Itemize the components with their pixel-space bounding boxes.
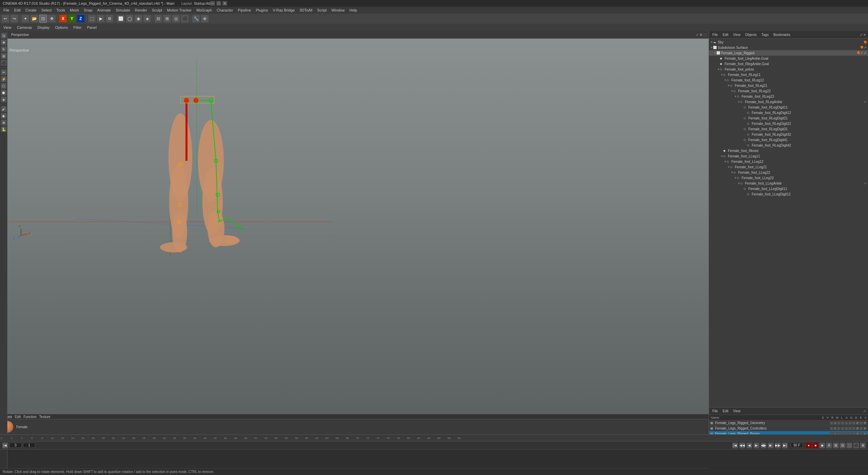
mat-texture-tab[interactable]: Texture xyxy=(39,415,51,419)
tree-item-llegankle-goal[interactable]: ◆ Female_foot_LlegAnkle.Goal xyxy=(709,56,868,61)
attr-row-geometry[interactable]: Female_Legs_Rigged_Geometry ✓ ✗ ✗ xyxy=(709,420,868,426)
tl-mode4-btn[interactable]: ⬛ xyxy=(853,442,859,449)
tree-item-lleg11[interactable]: ▼ ◇ Female_foot_LLeg11 xyxy=(709,153,868,159)
new-button[interactable]: ✦ xyxy=(21,15,29,23)
axis-y-button[interactable]: Y xyxy=(68,15,76,23)
minimize-button[interactable]: — xyxy=(210,1,215,6)
vp-menu-filter[interactable]: Filter xyxy=(71,25,83,30)
menu-sculpt[interactable]: Sculpt xyxy=(150,7,164,13)
tree-item-rlegdigit31[interactable]: ◇ Female_foot_RLegDigit31 xyxy=(709,126,868,132)
open-button[interactable]: 📂 xyxy=(30,15,38,23)
menu-mesh[interactable]: Mesh xyxy=(68,7,81,13)
mat-edit-tab[interactable]: Edit xyxy=(15,415,21,419)
menu-3dtoall[interactable]: 3DToAll xyxy=(297,7,314,13)
menu-animate[interactable]: Animate xyxy=(95,7,113,13)
tree-item-llegankle-bone[interactable]: ▼ ◇ Female_foot_LLegAnkle ⤢ xyxy=(709,180,868,186)
tree-item-rlegdigit22[interactable]: ◇ Female_foot_RLegDigit22 xyxy=(709,121,868,126)
tree-item-rlegankle-bone[interactable]: ▼ ◇ Female_foot_RLegAnkle ⤢ xyxy=(709,99,868,104)
tl-mode5-btn[interactable]: ⊕ xyxy=(860,442,866,449)
tl-auto-btn[interactable]: A xyxy=(826,442,832,449)
left-live-btn[interactable]: ⬛ xyxy=(1,60,7,66)
tl-mode3-btn[interactable]: ⬚ xyxy=(846,442,852,449)
menu-script[interactable]: Script xyxy=(315,7,329,13)
point-model-button[interactable]: ◉ xyxy=(134,15,142,23)
vp-menu-panel[interactable]: Panel xyxy=(85,25,99,30)
mat-function-tab[interactable]: Function xyxy=(23,415,36,419)
tree-item-rleg21[interactable]: ▼ ◇ Female_foot_RLeg21 xyxy=(709,83,868,88)
menu-plugins[interactable]: Plugins xyxy=(254,7,270,13)
om-bookmarks-tab[interactable]: Bookmarks xyxy=(772,33,792,37)
left-rotate-btn[interactable]: ↻ xyxy=(1,46,7,52)
sky-button[interactable]: ⊞ xyxy=(163,15,171,23)
tree-item-rleg11[interactable]: ▼ ◇ Female_foot_RLeg11 xyxy=(709,72,868,77)
tree-item-rlegdigit41[interactable]: ◇ Female_foot_RLegDigit41 xyxy=(709,137,868,142)
vp-perspective-btn[interactable]: Perspective xyxy=(9,32,31,37)
left-joint-btn[interactable]: ⊕ xyxy=(1,119,7,126)
menu-file[interactable]: File xyxy=(1,7,12,13)
render-region-button[interactable]: ⬚ xyxy=(88,15,96,23)
render-view-button[interactable]: ▶ xyxy=(97,15,105,23)
uv-button[interactable]: ◈ xyxy=(143,15,151,23)
tree-item-rleg12[interactable]: ▼ ◇ Female_foot_RLeg12 xyxy=(709,77,868,83)
tl-key-btn[interactable]: ◆ xyxy=(819,442,825,449)
tree-item-rlegdigit32[interactable]: ◇ Female_foot_RLegDigit32 xyxy=(709,132,868,137)
select-mode-button[interactable]: ⊡ xyxy=(39,15,47,23)
menu-render[interactable]: Render xyxy=(133,7,149,13)
menu-create[interactable]: Create xyxy=(23,7,39,13)
left-knife-btn[interactable]: ⚡ xyxy=(1,76,7,82)
tl-play-forward[interactable]: ▶ xyxy=(753,442,760,449)
tl-go-end[interactable]: ▶| xyxy=(782,442,788,449)
edge-model-button[interactable]: ◯ xyxy=(125,15,134,23)
tl-next-frame[interactable]: ▶ xyxy=(768,442,774,449)
camera-button[interactable]: ⬛ xyxy=(181,15,189,23)
vp-menu-options[interactable]: Options xyxy=(53,25,70,30)
om-tags-tab[interactable]: Tags xyxy=(760,33,770,37)
left-scale-btn[interactable]: ⊞ xyxy=(1,53,7,59)
maximize-button[interactable]: □ xyxy=(216,1,221,6)
tree-item-llegdigit12[interactable]: ◇ Female_foot_LLegDigit12 xyxy=(709,191,868,197)
tl-mode1-btn[interactable]: ⊞ xyxy=(833,442,839,449)
tl-go-start[interactable]: |◀ xyxy=(732,442,738,449)
am-file-tab[interactable]: File xyxy=(711,409,719,413)
left-python-btn[interactable]: 🐍 xyxy=(1,126,7,132)
tree-expand-rlegankle[interactable]: ⤢ xyxy=(864,100,867,103)
om-objects-tab[interactable]: Objects xyxy=(744,33,758,37)
am-view-tab[interactable]: View xyxy=(732,409,742,413)
left-paint-btn[interactable]: 🖌 xyxy=(1,106,7,112)
vp-settings-btn[interactable]: ⚙ xyxy=(699,33,703,37)
tl-prev-key[interactable]: ◀◀ xyxy=(739,442,745,449)
vp-layout-btn[interactable]: ⬚ xyxy=(704,33,707,37)
tree-item-sky[interactable]: ▼ ☁ Sky xyxy=(709,39,868,45)
frame-current-display[interactable]: 0 xyxy=(9,443,22,448)
tree-item-rlegdigit12[interactable]: ◇ Female_foot_RLegDigit12 xyxy=(709,110,868,115)
menu-simulate[interactable]: Simulate xyxy=(114,7,132,13)
menu-snap[interactable]: Snap xyxy=(82,7,95,13)
tl-mode2-btn[interactable]: ⊟ xyxy=(840,442,846,449)
menu-motion-tracker[interactable]: Motion Tracker xyxy=(165,7,194,13)
vp-menu-view[interactable]: View xyxy=(1,25,14,30)
om-close-btn[interactable]: ✕ xyxy=(863,33,866,37)
tree-item-rlegdigit11[interactable]: ◇ Female_foot_RLegDigit11 xyxy=(709,104,868,110)
tree-item-subdiv[interactable]: ▼ ⬜ Subdivision Surface ✓ xyxy=(709,45,868,50)
redo-button[interactable]: ↪ xyxy=(10,15,18,23)
tree-item-lleg22[interactable]: ▼ ◇ Female_foot_LLeg22 xyxy=(709,170,868,175)
tree-item-lleg12[interactable]: ▼ ◇ Female_foot_LLeg12 xyxy=(709,159,868,164)
frame-fps-display[interactable]: 1 xyxy=(23,443,35,448)
om-view-tab[interactable]: View xyxy=(732,33,742,37)
tl-stop-btn[interactable]: ■ xyxy=(812,442,818,449)
tree-item-lleg21[interactable]: ▼ ◇ Female_foot_LLeg21 xyxy=(709,164,868,170)
tl-next-key[interactable]: ▶▶ xyxy=(775,442,781,449)
tl-play-back[interactable]: ◀▶ xyxy=(761,442,767,449)
axis-x-button[interactable]: X xyxy=(59,15,67,23)
axis-z-button[interactable]: Z xyxy=(77,15,85,23)
tree-item-rlegdigit42[interactable]: ◇ Female_foot_RLegDigit42 xyxy=(709,142,868,148)
tree-item-llegdigit11[interactable]: ◇ Female_foot_LLegDigit11 xyxy=(709,186,868,191)
left-bridge-btn[interactable]: ⬡ xyxy=(1,83,7,89)
tree-item-lleg23[interactable]: ▼ ◇ Female_foot_LLeg23 xyxy=(709,175,868,180)
om-file-tab[interactable]: File xyxy=(711,33,719,37)
tl-start-frame[interactable]: |◀ xyxy=(2,442,8,449)
poly-model-button[interactable]: ⬜ xyxy=(117,15,125,23)
tree-item-rleg23[interactable]: ▼ ◇ Female_foot_RLeg23 xyxy=(709,94,868,99)
menu-help[interactable]: Help xyxy=(348,7,359,13)
om-expand-btn[interactable]: ⤢ xyxy=(860,33,863,37)
